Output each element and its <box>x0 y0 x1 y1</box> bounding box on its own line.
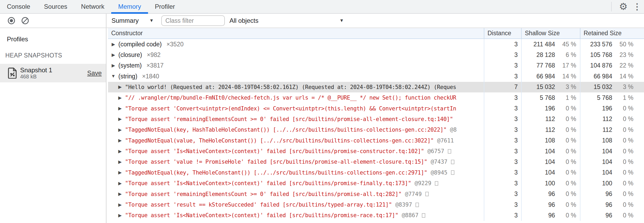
table-row[interactable]: ▶"TaggedNotEqual(value, TheHoleConstant(… <box>108 135 644 146</box>
expander-collapsed-icon[interactable]: ▶ <box>111 63 116 68</box>
objects-scope-value: All objects <box>230 17 258 24</box>
tab-sources[interactable]: Sources <box>37 0 74 13</box>
retained-size-percent: 0 % <box>612 169 633 176</box>
table-row[interactable]: ▶"Torque assert 'value != PromiseHole' f… <box>108 157 644 167</box>
tab-network[interactable]: Network <box>74 0 111 13</box>
expander-collapsed-icon[interactable]: ▶ <box>117 170 123 175</box>
shallow-size-percent: 0 % <box>555 169 576 176</box>
table-row[interactable]: ▶"Torque assert 'Convert<uintptr>(endInd… <box>108 103 644 114</box>
retained-size-cell: 66 98414 % <box>580 71 644 82</box>
distance-cell: 3 <box>484 114 521 124</box>
record-heap-snapshot-icon[interactable] <box>7 17 15 25</box>
expander-collapsed-icon[interactable]: ▶ <box>117 181 123 186</box>
shallow-size-percent: 0 % <box>555 212 576 219</box>
column-header-distance[interactable]: Distance <box>484 28 521 38</box>
snapshot-size: 468 kB <box>20 74 87 80</box>
constructor-cell: ▶"TaggedNotEqual(key, HashTableHoleConst… <box>108 124 484 135</box>
retained-size-cell: 1040 % <box>580 167 644 178</box>
shallow-size-percent: 17 % <box>555 62 576 69</box>
tab-profiler[interactable]: Profiler <box>148 0 182 13</box>
shallow-size-percent: 6 % <box>555 51 576 59</box>
table-row[interactable]: ▶"TaggedNotEqual(key, TheHoleConstant())… <box>108 167 644 178</box>
shallow-size-cell: 211 48445 % <box>521 39 580 50</box>
shallow-size-percent: 0 % <box>555 190 576 198</box>
expander-collapsed-icon[interactable]: ▶ <box>117 149 123 154</box>
retained-size-percent: 50 % <box>612 41 633 48</box>
column-header-shallow-size[interactable]: Shallow Size <box>521 28 580 38</box>
distance-cell: 3 <box>484 189 521 199</box>
snapshot-view-toolbar: Summary ▼ All objects ▼ <box>106 14 644 28</box>
table-row[interactable]: ▶"Torque assert 'remainingElementsCount … <box>108 189 644 199</box>
class-filter-input[interactable] <box>161 15 225 26</box>
table-row[interactable]: ▶"TaggedNotEqual(key, HashTableHoleConst… <box>108 124 644 135</box>
shallow-size-value: 211 484 <box>522 41 555 48</box>
shallow-size-cell: 1120 % <box>521 114 580 124</box>
table-row[interactable]: ▶"Torque assert 'Is<NativeContext>(conte… <box>108 178 644 189</box>
expander-collapsed-icon[interactable]: ▶ <box>117 213 123 218</box>
tab-console[interactable]: Console <box>0 0 37 13</box>
retained-size-value: 104 <box>580 148 612 155</box>
expander-collapsed-icon[interactable]: ▶ <box>117 127 123 133</box>
expander-collapsed-icon[interactable]: ▶ <box>117 116 123 122</box>
column-header-constructor[interactable]: Constructor <box>108 28 484 38</box>
table-row[interactable]: ▶(compiled code)×35203211 48445 %233 576… <box>108 39 644 50</box>
shallow-size-value: 112 <box>522 126 555 133</box>
heap-snapshot-grid: Constructor Distance Shallow Size Retain… <box>108 28 644 223</box>
shallow-size-value: 104 <box>522 158 555 166</box>
distance-cell: 3 <box>484 178 521 189</box>
object-box-icon <box>435 181 438 186</box>
distance-cell: 3 <box>484 146 521 157</box>
expander-collapsed-icon[interactable]: ▶ <box>117 202 123 208</box>
retained-size-cell: 233 57650 % <box>580 39 644 50</box>
retained-size-percent: 0 % <box>612 126 633 133</box>
column-header-retained-size[interactable]: Retained Size <box>580 28 644 38</box>
snapshot-list-item[interactable]: Snapshot 1 468 kB Save <box>0 64 106 82</box>
distance-cell: 3 <box>484 60 521 71</box>
table-row[interactable]: ▶"Torque assert 'Is<NativeContext>(conte… <box>108 210 644 221</box>
object-box-icon <box>415 203 419 207</box>
table-row[interactable]: ▼(string)×1840366 98414 %66 98414 % <box>108 71 644 82</box>
snapshot-save-link[interactable]: Save <box>87 69 102 77</box>
table-row[interactable]: ▶(system)×3817377 76817 %104 87622 % <box>108 60 644 71</box>
table-row[interactable]: ▶"Hello world! (Requested at: 2024-08-19… <box>108 82 644 92</box>
retained-size-value: 112 <box>580 126 612 133</box>
settings-gear-icon[interactable]: ⚙ <box>616 0 630 13</box>
object-id: @7749 <box>405 191 422 197</box>
more-options-kebab-icon[interactable]: ⋮ <box>630 0 644 13</box>
expander-expanded-icon[interactable]: ▼ <box>111 74 116 79</box>
retained-size-value: 104 <box>580 169 612 176</box>
expander-collapsed-icon[interactable]: ▶ <box>117 84 123 90</box>
object-box-icon <box>451 170 454 175</box>
retained-size-value: 96 <box>580 190 612 198</box>
table-row[interactable]: ▶"// .wrangler/tmp/bundle-FmNIt0/checked… <box>108 92 644 103</box>
retained-size-value: 233 576 <box>580 41 612 48</box>
objects-scope-select[interactable]: All objects ▼ <box>230 17 344 24</box>
expander-collapsed-icon[interactable]: ▶ <box>117 138 123 143</box>
expander-collapsed-icon[interactable]: ▶ <box>117 191 123 197</box>
clear-profiles-icon[interactable] <box>21 17 29 25</box>
expander-collapsed-icon[interactable]: ▶ <box>117 159 123 165</box>
constructor-label: "Torque assert 'Is<NativeContext>(contex… <box>125 212 398 218</box>
expander-collapsed-icon[interactable]: ▶ <box>111 52 116 58</box>
constructor-cell: ▶(compiled code)×3520 <box>108 39 484 50</box>
shallow-size-cell: 77 76817 % <box>521 60 580 71</box>
retained-size-percent: 22 % <box>612 62 633 69</box>
shallow-size-percent: 0 % <box>555 201 576 208</box>
perspective-select[interactable]: Summary ▼ <box>111 17 154 24</box>
shallow-size-cell: 1080 % <box>521 135 580 146</box>
expander-collapsed-icon[interactable]: ▶ <box>111 42 116 47</box>
table-row[interactable]: ▶"Torque assert 'remainingElementsCount … <box>108 114 644 124</box>
retained-size-percent: 3 % <box>612 83 633 91</box>
retained-size-cell: 5 7681 % <box>580 92 644 103</box>
object-id: @9229 <box>415 180 431 186</box>
tab-memory[interactable]: Memory <box>111 0 148 13</box>
constructor-label: "Torque assert 'result == kStoreSucceded… <box>125 202 392 208</box>
shallow-size-value: 100 <box>522 180 555 187</box>
retained-size-value: 100 <box>580 180 612 187</box>
table-row[interactable]: ▶"Torque assert 'result == kStoreSuccede… <box>108 199 644 210</box>
table-row[interactable]: ▶"Torque assert 'Is<NativeContext>(conte… <box>108 146 644 157</box>
table-row[interactable]: ▶(closure)×982328 1286 %105 76823 % <box>108 50 644 60</box>
expander-collapsed-icon[interactable]: ▶ <box>117 106 123 111</box>
expander-collapsed-icon[interactable]: ▶ <box>117 95 123 101</box>
shallow-size-cell: 960 % <box>521 189 580 199</box>
